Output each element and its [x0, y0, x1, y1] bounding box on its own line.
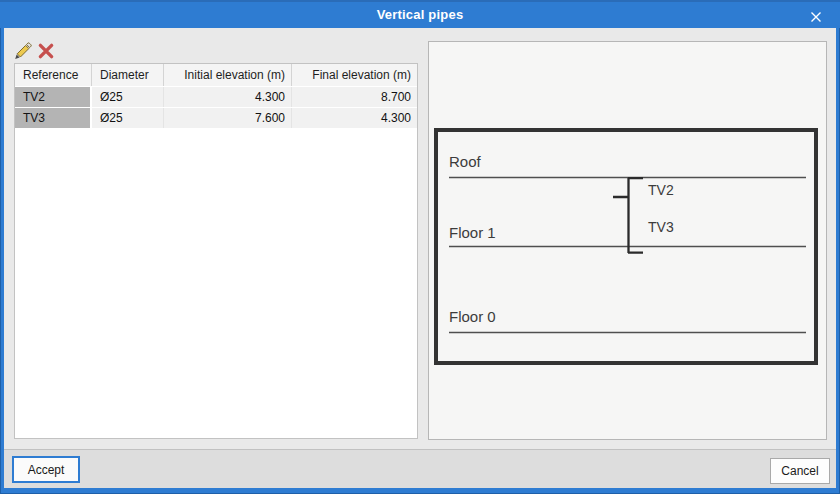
level-label-floor1: Floor 1	[449, 224, 496, 241]
footer-bar: Accept Cancel	[4, 449, 836, 488]
cell-diameter: Ø25	[92, 87, 164, 107]
table-row[interactable]: TV2 Ø25 4.300 8.700	[15, 87, 417, 107]
cell-reference: TV2	[15, 87, 92, 107]
table-header-row: Reference Diameter Initial elevation (m)…	[15, 64, 417, 87]
dialog-body: Reference Diameter Initial elevation (m)…	[4, 28, 836, 488]
accept-button[interactable]: Accept	[12, 456, 80, 483]
column-header-final-elevation: Final elevation (m)	[292, 64, 417, 86]
level-label-roof: Roof	[449, 153, 482, 170]
table-row[interactable]: TV3 Ø25 7.600 4.300	[15, 108, 417, 128]
dialog-title: Vertical pipes	[0, 7, 840, 22]
building-elevation-diagram: Roof Floor 1 Floor 0 TV2 TV3	[429, 42, 826, 439]
edit-button[interactable]	[13, 41, 33, 61]
cell-diameter: Ø25	[92, 108, 164, 128]
column-header-reference: Reference	[15, 64, 92, 86]
column-header-diameter: Diameter	[92, 64, 164, 86]
cell-final-elevation: 4.300	[292, 108, 417, 128]
pencil-icon	[13, 47, 33, 64]
pipes-table: Reference Diameter Initial elevation (m)…	[14, 63, 418, 439]
delete-x-icon	[37, 46, 55, 63]
level-label-floor0: Floor 0	[449, 308, 496, 325]
cell-final-elevation: 8.700	[292, 87, 417, 107]
column-header-initial-elevation: Initial elevation (m)	[164, 64, 292, 86]
title-bar: Vertical pipes	[0, 0, 840, 28]
close-icon[interactable]	[808, 9, 824, 25]
cell-initial-elevation: 4.300	[164, 87, 292, 107]
pipe-label-tv3: TV3	[648, 219, 674, 235]
elevation-preview-panel: Roof Floor 1 Floor 0 TV2 TV3	[428, 41, 827, 440]
vertical-pipes-dialog: Vertical pipes	[0, 0, 840, 494]
pipe-run-lines	[613, 178, 643, 253]
delete-button[interactable]	[37, 42, 57, 62]
cell-reference: TV3	[15, 108, 92, 128]
cancel-button[interactable]: Cancel	[770, 458, 830, 484]
cell-initial-elevation: 7.600	[164, 108, 292, 128]
pipe-label-tv2: TV2	[648, 182, 674, 198]
